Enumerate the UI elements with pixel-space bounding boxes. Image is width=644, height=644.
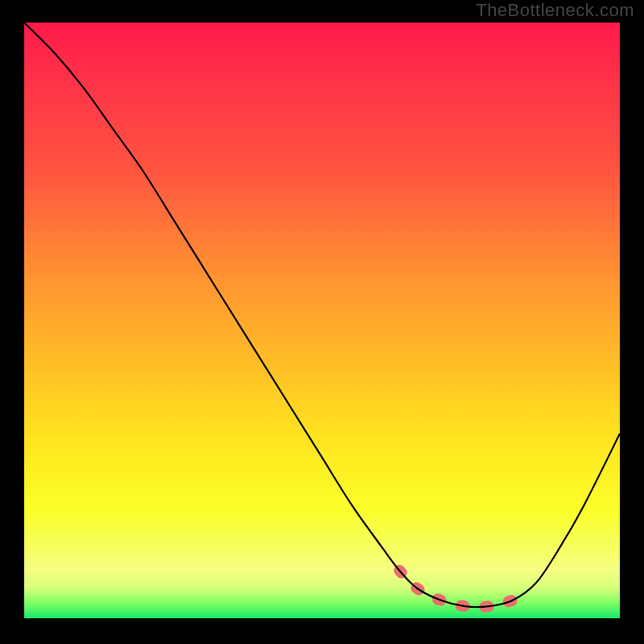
bottleneck-curve xyxy=(24,23,620,607)
plot-area xyxy=(24,23,620,618)
curve-svg xyxy=(24,23,620,618)
chart-frame: TheBottleneck.com xyxy=(0,0,644,644)
watermark-text: TheBottleneck.com xyxy=(476,0,634,21)
